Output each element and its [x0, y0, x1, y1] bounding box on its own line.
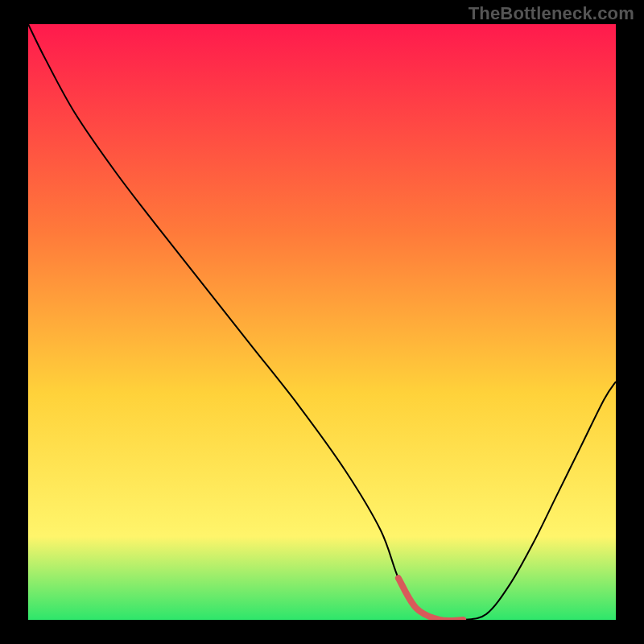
plot-area [28, 24, 616, 620]
bottleneck-chart [28, 24, 616, 620]
chart-frame: TheBottleneck.com [0, 0, 644, 644]
watermark-text: TheBottleneck.com [469, 3, 634, 24]
chart-background [28, 24, 616, 620]
